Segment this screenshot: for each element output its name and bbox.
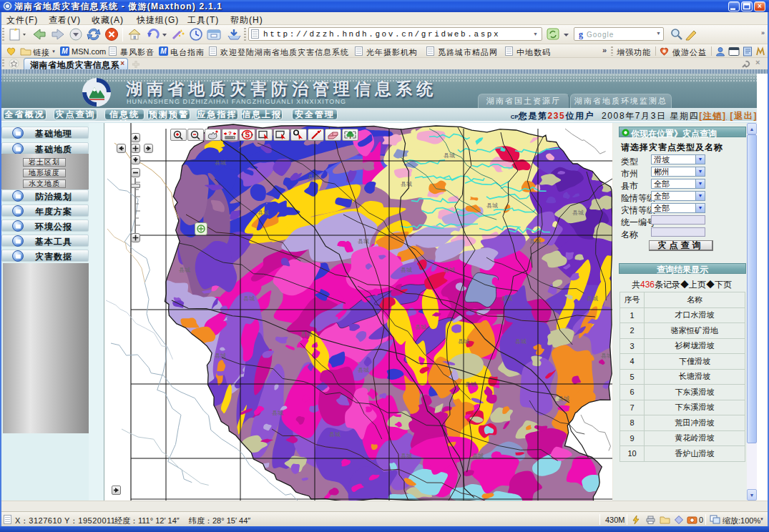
svg-text:县城: 县城: [501, 295, 512, 302]
svg-text:?: ?: [228, 130, 232, 137]
svg-text:县城: 县城: [415, 324, 426, 330]
svg-text:县城: 县城: [215, 353, 226, 359]
svg-text:县城: 县城: [587, 295, 598, 302]
svg-text:县城: 县城: [486, 202, 498, 209]
svg-text:县城: 县城: [329, 431, 341, 438]
svg-text:县城: 县城: [243, 295, 255, 302]
svg-text:县城: 县城: [272, 410, 283, 416]
svg-text:县城: 县城: [215, 159, 226, 166]
svg-text:县城: 县城: [401, 181, 412, 187]
svg-text:县城: 县城: [572, 210, 584, 216]
svg-text:县城: 县城: [300, 331, 312, 338]
svg-text:S: S: [245, 131, 250, 139]
svg-text:县城: 县城: [179, 267, 190, 273]
svg-text:县城: 县城: [401, 267, 412, 273]
svg-text:县城: 县城: [515, 338, 526, 345]
svg-text:县城: 县城: [308, 174, 319, 180]
svg-text:县城: 县城: [529, 238, 541, 245]
svg-text:县城: 县城: [358, 238, 369, 245]
svg-text:县城: 县城: [258, 210, 269, 216]
svg-text:县城: 县城: [358, 367, 369, 373]
